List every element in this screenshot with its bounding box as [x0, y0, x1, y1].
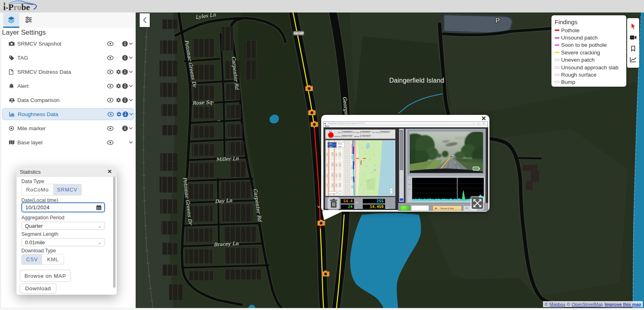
delete-snapshot-button[interactable]: [328, 197, 339, 210]
layer-label: TAG: [17, 55, 28, 61]
video-tool-button[interactable]: [629, 33, 637, 42]
visibility-eye-icon[interactable]: [107, 125, 114, 131]
csv-option[interactable]: CSV: [22, 254, 42, 264]
layer-row-tag[interactable]: TAG: [2, 52, 134, 64]
visibility-eye-icon[interactable]: [107, 139, 114, 146]
popup-close-button[interactable]: ✕: [481, 115, 486, 121]
finding-item-uneven-patch: Uneven patch: [555, 56, 626, 64]
expand-image-button[interactable]: [470, 196, 484, 210]
layer-gear-icon[interactable]: [115, 83, 122, 89]
kml-option[interactable]: KML: [42, 254, 64, 264]
layer-row-base-layer[interactable]: Base layer: [2, 136, 134, 148]
app-window-icon: [324, 123, 326, 124]
layers-icon: [8, 16, 15, 23]
layer-info-icon[interactable]: [122, 111, 128, 117]
page-bottom-strip: [0, 308, 644, 310]
layer-row-mile-marker[interactable]: Mile marker: [2, 122, 134, 134]
improve-map-link[interactable]: Improve this map: [605, 302, 641, 307]
app-titlebar: Road Surface Properties Survey System Ve…: [324, 122, 487, 125]
statistics-close-button[interactable]: ✕: [107, 169, 112, 175]
aggregation-label: Aggregation Period: [21, 215, 64, 221]
bookmark-tool-button[interactable]: [629, 44, 637, 52]
circledot-icon: [9, 125, 15, 131]
finding-item-severe-cracking: Severe cracking: [555, 49, 626, 56]
layer-info-icon[interactable]: [122, 69, 128, 75]
layer-row-srmcv-distress-data[interactable]: SRMCV Distress Data: [2, 66, 134, 78]
layer-chevron-icon[interactable]: [128, 54, 134, 61]
layer-row-srmcv-snapshot[interactable]: SRMCV Snapshot: [2, 37, 134, 50]
layer-chevron-icon[interactable]: [128, 83, 134, 89]
visibility-eye-icon[interactable]: [107, 40, 114, 47]
finding-swatch: [555, 81, 559, 83]
layer-info-icon[interactable]: [122, 83, 128, 89]
survey-app-screenshot: Road Surface Properties Survey System Ve…: [323, 121, 488, 210]
data-type-label: Data Type: [21, 179, 44, 184]
visibility-eye-icon[interactable]: [107, 69, 114, 75]
visibility-eye-icon[interactable]: [107, 83, 114, 89]
segment-select[interactable]: 0.01mile ⌄: [21, 238, 105, 246]
finding-swatch: [555, 37, 559, 39]
chevron-down-icon: ⌄: [98, 240, 101, 245]
visibility-eye-icon[interactable]: [107, 97, 114, 103]
expand-icon: [472, 198, 483, 209]
sidebar-collapse-button[interactable]: [140, 13, 150, 27]
osm-link[interactable]: OpenStreetMap: [572, 302, 603, 307]
finding-swatch: [555, 52, 559, 53]
bookmark-icon: [631, 46, 636, 52]
rocomo-option[interactable]: RoCoMo: [22, 184, 53, 195]
layer-info-icon[interactable]: [122, 125, 128, 131]
tab-settings[interactable]: [21, 13, 37, 27]
srmcv-option[interactable]: SRMCV: [53, 184, 81, 195]
finding-item-unsound-approach-slab: Unsound approach slab: [555, 64, 626, 71]
pointer-tool-button[interactable]: [629, 22, 637, 30]
download-type-label: Download Type: [21, 248, 56, 254]
trash-icon: [330, 199, 338, 208]
popup-tail: [321, 211, 347, 221]
layer-row-data-comparison[interactable]: Data Comparison: [2, 94, 134, 106]
layer-chevron-icon[interactable]: [128, 69, 134, 75]
date-input[interactable]: 10/1/2024: [21, 202, 105, 212]
layer-chevron-icon[interactable]: [128, 97, 134, 103]
svg-text:i-Probe: i-Probe: [3, 2, 30, 12]
map-attribution: ©Mapbox ©OpenStreetMap Improve this map: [543, 301, 643, 307]
browse-on-map-button[interactable]: Browse on MAP: [20, 270, 71, 282]
aggregation-select[interactable]: Quarter ⌄: [21, 222, 105, 230]
svg-text:Daingerfield Island: Daingerfield Island: [389, 77, 444, 84]
finding-swatch: [555, 44, 559, 46]
finding-item-unsound-patch: Unsound patch: [555, 34, 626, 41]
app-info-strip: ■ R Date 2024/07/25 UTC Time 18:12:33.4 …: [325, 129, 395, 139]
chart-tool-button[interactable]: [629, 56, 637, 64]
visibility-eye-icon[interactable]: [107, 54, 114, 61]
layer-chevron-icon[interactable]: [128, 111, 134, 117]
svg-text:50: 50: [408, 189, 410, 190]
layer-chevron-icon[interactable]: [128, 40, 134, 47]
heading-lcd: 255: [363, 199, 385, 204]
layer-info-icon[interactable]: [122, 97, 128, 103]
layer-chevron-icon[interactable]: [128, 125, 134, 131]
video-camera-icon: [630, 35, 637, 40]
statistics-scrollbar[interactable]: [113, 177, 116, 288]
layer-info-icon[interactable]: [122, 40, 128, 47]
map-canvas[interactable]: P: [136, 12, 644, 308]
svg-text:Road: Road: [338, 143, 342, 145]
findings-title: Findings: [555, 19, 626, 25]
status-white-box: [411, 205, 429, 211]
layer-row-roughness-data[interactable]: Roughness Data: [2, 108, 134, 120]
layer-gear-icon[interactable]: [116, 111, 122, 117]
layer-row-alert[interactable]: Alert: [2, 80, 134, 92]
tab-layers[interactable]: [3, 13, 19, 28]
balance-icon: [9, 97, 15, 103]
statistics-header: Statistics ✕: [17, 167, 117, 177]
layer-info-icon[interactable]: [122, 54, 128, 61]
mapbox-link[interactable]: Mapbox: [549, 302, 565, 307]
finding-swatch: [555, 74, 559, 76]
finding-item-bump: Bump: [555, 79, 626, 86]
download-button[interactable]: Download: [20, 283, 56, 293]
layer-gear-icon[interactable]: [115, 97, 122, 103]
app-body: ■ R Date 2024/07/25 UTC Time 18:12:33.4 …: [324, 127, 488, 210]
data-type-toggle: RoCoMo SRMCV: [21, 184, 82, 196]
visibility-eye-icon[interactable]: [107, 111, 114, 117]
finding-item-pothole: Pothole: [555, 27, 626, 34]
layer-chevron-icon[interactable]: [128, 139, 134, 146]
layer-gear-icon[interactable]: [115, 69, 122, 75]
